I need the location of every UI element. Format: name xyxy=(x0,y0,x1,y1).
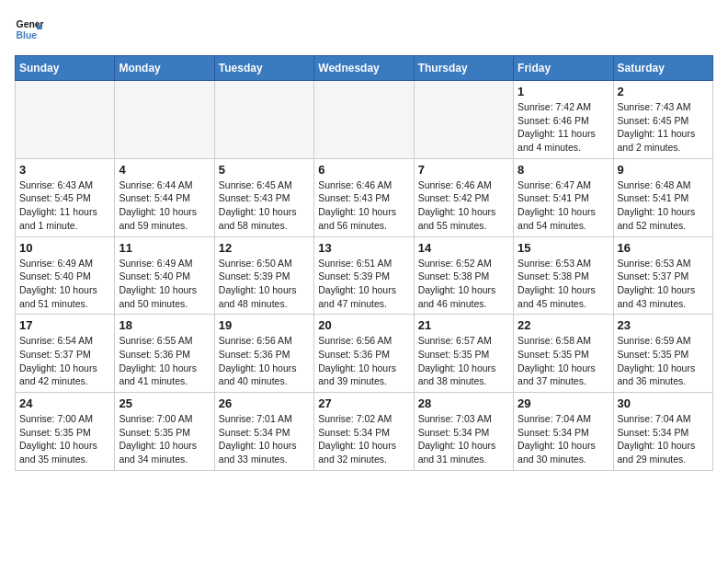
day-info: Sunrise: 6:49 AM Sunset: 5:40 PM Dayligh… xyxy=(19,257,110,311)
day-info: Sunrise: 7:04 AM Sunset: 5:34 PM Dayligh… xyxy=(618,412,709,466)
day-number: 6 xyxy=(318,163,409,177)
calendar-cell: 2Sunrise: 7:43 AM Sunset: 6:45 PM Daylig… xyxy=(613,81,712,159)
calendar-week: 1Sunrise: 7:42 AM Sunset: 6:46 PM Daylig… xyxy=(16,81,713,159)
day-number: 2 xyxy=(618,85,709,98)
day-number: 15 xyxy=(518,241,609,255)
day-info: Sunrise: 6:48 AM Sunset: 5:41 PM Dayligh… xyxy=(618,178,709,233)
calendar-cell: 19Sunrise: 6:56 AM Sunset: 5:36 PM Dayli… xyxy=(214,315,313,393)
day-number: 30 xyxy=(618,396,709,410)
calendar-cell: 24Sunrise: 7:00 AM Sunset: 5:35 PM Dayli… xyxy=(16,393,115,471)
weekday-header: Saturday xyxy=(613,56,712,81)
day-number: 28 xyxy=(418,396,509,410)
day-info: Sunrise: 6:43 AM Sunset: 5:45 PM Dayligh… xyxy=(19,178,110,233)
day-number: 11 xyxy=(119,241,210,255)
day-info: Sunrise: 7:01 AM Sunset: 5:34 PM Dayligh… xyxy=(219,412,310,466)
day-number: 24 xyxy=(19,396,110,410)
calendar-cell: 5Sunrise: 6:45 AM Sunset: 5:43 PM Daylig… xyxy=(214,158,313,236)
calendar-cell: 25Sunrise: 7:00 AM Sunset: 5:35 PM Dayli… xyxy=(115,393,214,471)
calendar-cell: 3Sunrise: 6:43 AM Sunset: 5:45 PM Daylig… xyxy=(16,158,115,236)
calendar-week: 17Sunrise: 6:54 AM Sunset: 5:37 PM Dayli… xyxy=(16,315,713,393)
calendar-cell: 6Sunrise: 6:46 AM Sunset: 5:43 PM Daylig… xyxy=(314,158,414,236)
calendar-cell: 8Sunrise: 6:47 AM Sunset: 5:41 PM Daylig… xyxy=(514,158,613,236)
calendar-header: SundayMondayTuesdayWednesdayThursdayFrid… xyxy=(16,56,713,81)
day-number: 17 xyxy=(19,318,110,332)
calendar-cell: 1Sunrise: 7:42 AM Sunset: 6:46 PM Daylig… xyxy=(514,81,613,159)
day-info: Sunrise: 6:53 AM Sunset: 5:37 PM Dayligh… xyxy=(618,257,709,311)
day-info: Sunrise: 6:56 AM Sunset: 5:36 PM Dayligh… xyxy=(318,334,409,388)
calendar-cell: 9Sunrise: 6:48 AM Sunset: 5:41 PM Daylig… xyxy=(613,158,712,236)
weekday-header: Sunday xyxy=(16,56,115,81)
day-number: 20 xyxy=(318,318,409,332)
day-number: 7 xyxy=(418,163,509,177)
day-number: 10 xyxy=(19,241,110,255)
page-header: General Blue xyxy=(15,15,713,44)
day-number: 12 xyxy=(219,241,310,255)
day-number: 3 xyxy=(19,163,110,177)
calendar-cell xyxy=(214,81,313,159)
weekday-header: Friday xyxy=(514,56,613,81)
day-number: 18 xyxy=(119,318,210,332)
day-info: Sunrise: 6:58 AM Sunset: 5:35 PM Dayligh… xyxy=(518,334,609,388)
day-info: Sunrise: 6:50 AM Sunset: 5:39 PM Dayligh… xyxy=(219,257,310,311)
calendar-cell: 4Sunrise: 6:44 AM Sunset: 5:44 PM Daylig… xyxy=(115,158,214,236)
logo-icon: General Blue xyxy=(15,15,44,44)
day-info: Sunrise: 6:46 AM Sunset: 5:42 PM Dayligh… xyxy=(418,178,509,233)
calendar-cell: 11Sunrise: 6:49 AM Sunset: 5:40 PM Dayli… xyxy=(115,236,214,315)
calendar-cell: 30Sunrise: 7:04 AM Sunset: 5:34 PM Dayli… xyxy=(613,393,712,471)
calendar-cell: 13Sunrise: 6:51 AM Sunset: 5:39 PM Dayli… xyxy=(314,236,414,315)
day-number: 23 xyxy=(618,318,709,332)
calendar-cell: 18Sunrise: 6:55 AM Sunset: 5:36 PM Dayli… xyxy=(115,315,214,393)
day-info: Sunrise: 6:57 AM Sunset: 5:35 PM Dayligh… xyxy=(418,334,509,388)
logo: General Blue xyxy=(15,15,48,44)
day-number: 5 xyxy=(219,163,310,177)
svg-text:Blue: Blue xyxy=(17,30,38,40)
calendar-cell xyxy=(314,81,414,159)
weekday-header: Tuesday xyxy=(214,56,313,81)
day-info: Sunrise: 6:46 AM Sunset: 5:43 PM Dayligh… xyxy=(318,178,409,233)
day-number: 22 xyxy=(518,318,609,332)
day-number: 29 xyxy=(518,396,609,410)
day-info: Sunrise: 6:49 AM Sunset: 5:40 PM Dayligh… xyxy=(119,257,210,311)
day-info: Sunrise: 6:45 AM Sunset: 5:43 PM Dayligh… xyxy=(219,178,310,233)
calendar-cell: 20Sunrise: 6:56 AM Sunset: 5:36 PM Dayli… xyxy=(314,315,414,393)
day-info: Sunrise: 6:56 AM Sunset: 5:36 PM Dayligh… xyxy=(219,334,310,388)
calendar-cell: 21Sunrise: 6:57 AM Sunset: 5:35 PM Dayli… xyxy=(414,315,513,393)
day-info: Sunrise: 6:51 AM Sunset: 5:39 PM Dayligh… xyxy=(318,257,409,311)
calendar-cell xyxy=(414,81,513,159)
day-info: Sunrise: 6:54 AM Sunset: 5:37 PM Dayligh… xyxy=(19,334,110,388)
day-number: 14 xyxy=(418,241,509,255)
day-number: 1 xyxy=(518,85,609,98)
calendar-cell xyxy=(16,81,115,159)
calendar-cell: 14Sunrise: 6:52 AM Sunset: 5:38 PM Dayli… xyxy=(414,236,513,315)
day-number: 9 xyxy=(618,163,709,177)
calendar-cell: 7Sunrise: 6:46 AM Sunset: 5:42 PM Daylig… xyxy=(414,158,513,236)
calendar-cell: 12Sunrise: 6:50 AM Sunset: 5:39 PM Dayli… xyxy=(214,236,313,315)
calendar-table: SundayMondayTuesdayWednesdayThursdayFrid… xyxy=(15,55,713,471)
calendar-cell: 15Sunrise: 6:53 AM Sunset: 5:38 PM Dayli… xyxy=(514,236,613,315)
day-number: 19 xyxy=(219,318,310,332)
calendar-cell: 17Sunrise: 6:54 AM Sunset: 5:37 PM Dayli… xyxy=(16,315,115,393)
day-number: 27 xyxy=(318,396,409,410)
calendar-cell: 27Sunrise: 7:02 AM Sunset: 5:34 PM Dayli… xyxy=(314,393,414,471)
weekday-header: Thursday xyxy=(414,56,513,81)
calendar-cell: 10Sunrise: 6:49 AM Sunset: 5:40 PM Dayli… xyxy=(16,236,115,315)
day-number: 26 xyxy=(219,396,310,410)
day-number: 16 xyxy=(618,241,709,255)
day-info: Sunrise: 6:44 AM Sunset: 5:44 PM Dayligh… xyxy=(119,178,210,233)
day-number: 8 xyxy=(518,163,609,177)
day-number: 21 xyxy=(418,318,509,332)
day-info: Sunrise: 6:53 AM Sunset: 5:38 PM Dayligh… xyxy=(518,257,609,311)
weekday-header: Monday xyxy=(115,56,214,81)
day-info: Sunrise: 6:55 AM Sunset: 5:36 PM Dayligh… xyxy=(119,334,210,388)
day-number: 13 xyxy=(318,241,409,255)
day-info: Sunrise: 7:02 AM Sunset: 5:34 PM Dayligh… xyxy=(318,412,409,466)
day-info: Sunrise: 6:59 AM Sunset: 5:35 PM Dayligh… xyxy=(618,334,709,388)
day-number: 25 xyxy=(119,396,210,410)
calendar-cell: 16Sunrise: 6:53 AM Sunset: 5:37 PM Dayli… xyxy=(613,236,712,315)
calendar-cell: 23Sunrise: 6:59 AM Sunset: 5:35 PM Dayli… xyxy=(613,315,712,393)
calendar-cell: 29Sunrise: 7:04 AM Sunset: 5:34 PM Dayli… xyxy=(514,393,613,471)
calendar-cell: 22Sunrise: 6:58 AM Sunset: 5:35 PM Dayli… xyxy=(514,315,613,393)
calendar-week: 3Sunrise: 6:43 AM Sunset: 5:45 PM Daylig… xyxy=(16,158,713,236)
weekday-header: Wednesday xyxy=(314,56,414,81)
day-info: Sunrise: 6:47 AM Sunset: 5:41 PM Dayligh… xyxy=(518,178,609,233)
